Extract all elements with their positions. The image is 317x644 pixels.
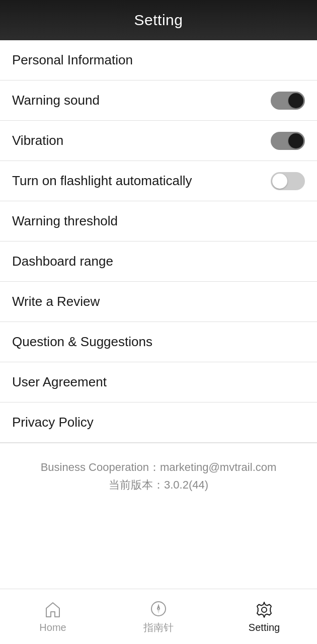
nav-label-setting: Setting bbox=[249, 622, 280, 633]
bottom-navigation: Home 指南针 Setting bbox=[0, 589, 317, 644]
list-item-user-agreement[interactable]: User Agreement bbox=[0, 362, 317, 403]
label-question-suggestions: Question & Suggestions bbox=[12, 334, 152, 350]
list-item-question-suggestions[interactable]: Question & Suggestions bbox=[0, 322, 317, 362]
home-icon bbox=[43, 600, 63, 620]
list-item-personal-information[interactable]: Personal Information bbox=[0, 40, 317, 80]
nav-item-setting[interactable]: Setting bbox=[211, 600, 317, 633]
list-item-write-review[interactable]: Write a Review bbox=[0, 282, 317, 322]
settings-content: Personal InformationWarning soundVibrati… bbox=[0, 40, 317, 589]
toggle-thumb-warning-sound bbox=[288, 93, 303, 108]
list-item-privacy-policy[interactable]: Privacy Policy bbox=[0, 403, 317, 443]
list-item-warning-sound[interactable]: Warning sound bbox=[0, 80, 317, 121]
label-privacy-policy: Privacy Policy bbox=[12, 415, 94, 430]
svg-point-4 bbox=[262, 607, 267, 612]
list-item-vibration[interactable]: Vibration bbox=[0, 121, 317, 161]
toggle-thumb-vibration bbox=[288, 133, 303, 148]
label-personal-information: Personal Information bbox=[12, 52, 133, 68]
label-warning-sound: Warning sound bbox=[12, 93, 100, 108]
version-info: 当前版本：3.0.2(44) bbox=[10, 476, 307, 494]
toggle-flashlight[interactable] bbox=[271, 172, 305, 190]
app-header: Setting bbox=[0, 0, 317, 40]
header-title: Setting bbox=[134, 12, 183, 29]
svg-point-1 bbox=[157, 608, 160, 610]
nav-item-home[interactable]: Home bbox=[0, 600, 106, 633]
compass-icon bbox=[148, 599, 169, 619]
label-user-agreement: User Agreement bbox=[12, 374, 107, 390]
list-item-dashboard-range[interactable]: Dashboard range bbox=[0, 242, 317, 282]
footer-info: Business Cooperation：marketing@mvtrail.c… bbox=[0, 443, 317, 509]
nav-label-home: Home bbox=[39, 622, 66, 633]
toggle-vibration[interactable] bbox=[271, 132, 305, 150]
label-vibration: Vibration bbox=[12, 133, 63, 148]
label-write-review: Write a Review bbox=[12, 294, 100, 309]
list-item-warning-threshold[interactable]: Warning threshold bbox=[0, 201, 317, 242]
nav-label-compass: 指南针 bbox=[143, 621, 174, 634]
label-warning-threshold: Warning threshold bbox=[12, 213, 118, 229]
gear-icon bbox=[254, 600, 274, 620]
business-cooperation: Business Cooperation：marketing@mvtrail.c… bbox=[10, 458, 307, 476]
toggle-warning-sound[interactable] bbox=[271, 92, 305, 110]
nav-item-compass[interactable]: 指南针 bbox=[106, 599, 211, 634]
toggle-thumb-flashlight bbox=[272, 174, 287, 189]
list-item-flashlight[interactable]: Turn on flashlight automatically bbox=[0, 161, 317, 201]
label-dashboard-range: Dashboard range bbox=[12, 254, 113, 269]
label-flashlight: Turn on flashlight automatically bbox=[12, 173, 192, 189]
